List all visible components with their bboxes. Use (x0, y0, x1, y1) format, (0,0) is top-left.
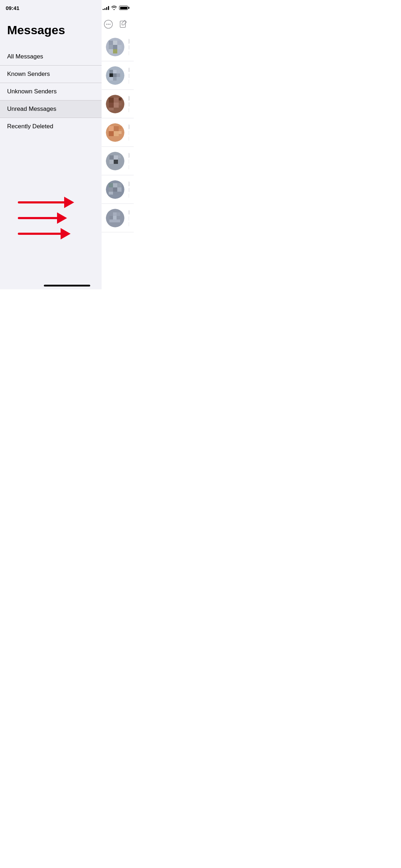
svg-rect-21 (109, 77, 113, 81)
message-preview-line2 (129, 193, 129, 198)
arrow-line (18, 217, 57, 219)
svg-rect-34 (109, 131, 114, 136)
arrow-head (64, 197, 74, 208)
svg-rect-7 (113, 41, 117, 45)
message-content (129, 210, 129, 226)
svg-rect-49 (117, 183, 122, 187)
svg-rect-47 (109, 187, 113, 192)
main-header (102, 16, 134, 33)
red-arrow-3 (18, 228, 74, 239)
message-name-row (129, 153, 129, 158)
message-name-row (129, 96, 129, 101)
svg-rect-8 (109, 45, 113, 49)
sidebar-nav: All Messages Known Senders Unknown Sende… (0, 48, 102, 135)
svg-rect-55 (113, 212, 117, 216)
message-time (129, 210, 129, 215)
message-content (129, 96, 129, 112)
message-content (129, 124, 129, 141)
status-icons (103, 6, 128, 10)
svg-rect-57 (113, 216, 117, 219)
svg-rect-39 (109, 155, 114, 160)
message-preview-line2 (129, 108, 129, 112)
more-options-button[interactable] (104, 19, 113, 30)
svg-rect-18 (113, 73, 117, 77)
message-row[interactable] (102, 90, 134, 118)
svg-rect-36 (119, 126, 122, 129)
svg-rect-45 (109, 183, 113, 187)
sidebar-item-known-senders[interactable]: Known Senders (0, 66, 102, 83)
arrows-overlay (18, 197, 74, 239)
avatar (106, 66, 124, 85)
avatar (106, 180, 124, 199)
message-preview-line1 (129, 159, 129, 164)
message-time (129, 68, 129, 72)
home-indicator (44, 285, 90, 286)
sidebar-item-label: Unknown Senders (7, 88, 57, 95)
svg-rect-22 (113, 77, 117, 81)
svg-rect-11 (117, 45, 122, 49)
svg-rect-20 (117, 73, 120, 77)
battery-icon (119, 6, 128, 10)
svg-rect-35 (114, 131, 119, 136)
svg-rect-16 (113, 70, 117, 73)
svg-rect-15 (109, 70, 113, 73)
svg-rect-30 (109, 108, 114, 110)
svg-rect-50 (117, 187, 122, 192)
avatar (106, 123, 124, 142)
message-preview-line2 (129, 79, 129, 84)
svg-rect-12 (109, 49, 113, 53)
message-name-row (129, 181, 129, 186)
sidebar-item-label: Known Senders (7, 71, 50, 78)
message-preview-line1 (129, 74, 129, 78)
message-content (129, 181, 129, 198)
compose-button[interactable] (119, 19, 128, 30)
svg-rect-43 (118, 155, 121, 158)
svg-point-1 (106, 24, 107, 25)
message-preview-line2 (129, 51, 129, 55)
message-list (102, 33, 134, 289)
message-row[interactable] (102, 204, 134, 232)
message-preview-line2 (129, 222, 129, 226)
message-name-row (129, 124, 129, 129)
message-row[interactable] (102, 33, 134, 61)
message-preview-line1 (129, 102, 129, 107)
svg-rect-25 (114, 98, 119, 103)
avatar (106, 209, 124, 227)
avatar (106, 152, 124, 170)
svg-rect-26 (109, 103, 114, 108)
svg-rect-60 (109, 219, 120, 222)
message-time (129, 125, 129, 129)
sidebar-item-unread-messages[interactable]: Unread Messages (0, 100, 102, 118)
message-time (129, 39, 129, 43)
svg-rect-9 (113, 45, 117, 49)
arrow-head (61, 228, 71, 239)
message-time (129, 182, 129, 186)
sidebar-item-label: Recently Deleted (7, 123, 53, 130)
message-row[interactable] (102, 147, 134, 175)
message-row[interactable] (102, 118, 134, 147)
message-content (129, 153, 129, 169)
message-row[interactable] (102, 61, 134, 90)
arrow-line (18, 233, 61, 235)
message-row[interactable] (102, 175, 134, 204)
svg-rect-56 (109, 216, 113, 219)
sidebar-item-unknown-senders[interactable]: Unknown Senders (0, 83, 102, 100)
message-time (129, 153, 129, 157)
avatar (106, 95, 124, 113)
svg-rect-19 (117, 70, 120, 73)
sidebar-item-all-messages[interactable]: All Messages (0, 48, 102, 66)
svg-rect-27 (114, 103, 119, 108)
arrow-head (57, 212, 67, 224)
sidebar-item-label: All Messages (7, 53, 43, 60)
message-name-row (129, 39, 129, 44)
signal-bars-icon (103, 6, 109, 10)
sidebar-item-recently-deleted[interactable]: Recently Deleted (0, 118, 102, 135)
svg-rect-24 (109, 98, 114, 103)
svg-rect-42 (114, 160, 118, 164)
svg-rect-46 (113, 183, 117, 187)
message-time (129, 96, 129, 100)
message-name-row (129, 67, 129, 72)
svg-point-3 (109, 24, 110, 25)
sidebar-title: Messages (7, 23, 94, 37)
svg-rect-13 (113, 49, 117, 53)
